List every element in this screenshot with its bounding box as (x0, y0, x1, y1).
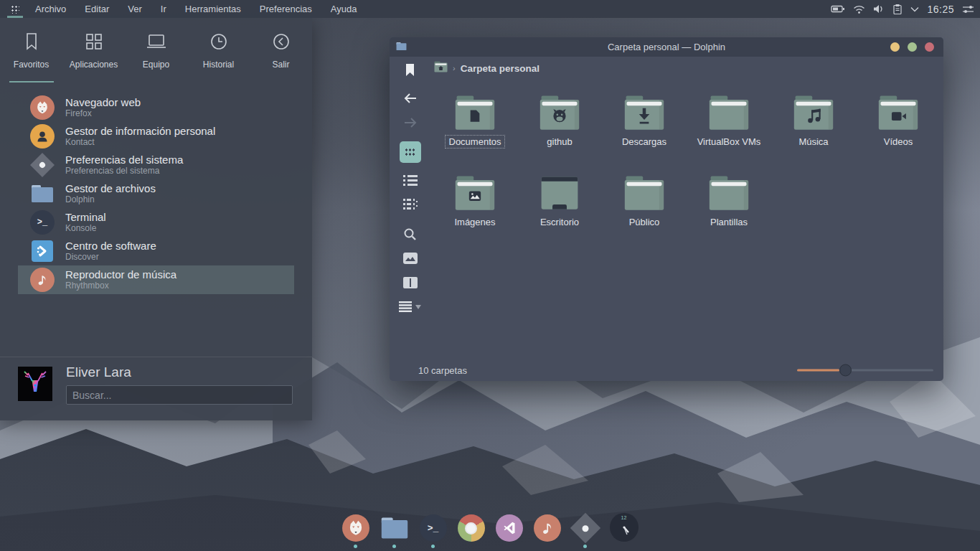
history-clock-icon (209, 32, 229, 54)
tab-equipo[interactable]: Equipo (125, 18, 187, 83)
folder-plain-icon (708, 176, 750, 212)
app-row-konsole[interactable]: >_ TerminalKonsole (18, 208, 294, 237)
folder-tile-documentos[interactable]: Documentos (433, 92, 517, 172)
running-indicator (622, 545, 626, 548)
preview-image-icon[interactable] (403, 253, 418, 264)
apps-grid-icon (84, 32, 104, 54)
menu-archivo[interactable]: Archivo (27, 1, 74, 17)
folder-tile-virtualbox[interactable]: VirtualBox VMs (687, 92, 771, 172)
details-view-button[interactable] (403, 174, 418, 186)
bookmark-icon[interactable] (405, 63, 415, 77)
volume-icon[interactable] (873, 4, 885, 14)
running-indicator (583, 545, 587, 548)
app-row-dolphin[interactable]: Gestor de archivosDolphin (18, 179, 294, 208)
folder-video-icon (877, 95, 919, 131)
folder-tile-imagenes[interactable]: Imágenes (433, 172, 517, 253)
menu-editar[interactable]: Editar (77, 1, 117, 17)
icons-view-button[interactable] (400, 141, 421, 163)
app-row-discover[interactable]: Centro de softwareDiscover (18, 237, 294, 265)
avatar[interactable] (18, 367, 52, 401)
app-row-firefox[interactable]: Navegador webFirefox (18, 93, 294, 122)
dolphin-toolbar (390, 57, 430, 359)
dock-file-manager[interactable] (380, 514, 409, 548)
menu-button[interactable] (399, 301, 421, 312)
running-indicator (354, 545, 357, 548)
search-icon[interactable] (403, 227, 417, 241)
app-row-kontact[interactable]: Gestor de información personalKontact (18, 122, 294, 151)
dock-firefox[interactable] (342, 514, 369, 548)
split-view-icon[interactable] (403, 277, 418, 288)
folder-music-icon (793, 95, 834, 131)
minimize-button[interactable] (890, 42, 900, 52)
app-row-preferencias[interactable]: Preferencias del sistemaPreferencias del… (18, 151, 294, 179)
menu-ir[interactable]: Ir (153, 1, 174, 17)
folder-grid: Documentos github Descargas VirtualBox V… (433, 92, 941, 253)
folder-tile-github[interactable]: github (517, 92, 602, 172)
dock-terminal[interactable]: >_ (420, 514, 447, 548)
tab-label: Aplicaciones (70, 60, 118, 70)
dock-settings[interactable] (572, 514, 599, 548)
search-input[interactable] (66, 385, 293, 405)
folder-label: Música (796, 136, 831, 147)
music-note-icon (30, 268, 55, 292)
chevron-down-icon[interactable] (910, 6, 919, 12)
folder-tile-musica[interactable]: Música (771, 92, 856, 172)
folder-tile-descargas[interactable]: Descargas (602, 92, 687, 172)
dock-rhythmbox[interactable] (534, 514, 561, 548)
folder-icon (30, 182, 55, 206)
folder-tile-publico[interactable]: Público (602, 172, 687, 253)
maximize-button[interactable] (908, 42, 917, 52)
folder-document-icon (454, 95, 496, 131)
menu-herramientas[interactable]: Herramientas (177, 1, 249, 17)
tab-aplicaciones[interactable]: Aplicaciones (62, 18, 125, 83)
app-title: Terminal (65, 211, 106, 223)
tab-favoritos[interactable]: Favoritos (0, 18, 62, 83)
running-indicator (431, 545, 435, 548)
statusbar: 10 carpetas (390, 359, 943, 381)
logout-icon (271, 32, 291, 54)
close-button[interactable] (925, 42, 934, 52)
forward-button[interactable] (403, 117, 418, 128)
folder-plain-icon (623, 176, 665, 212)
titlebar[interactable]: Carpeta personal — Dolphin (390, 37, 943, 57)
menu-preferencias[interactable]: Preferencias (252, 1, 320, 17)
dock-clock[interactable]: 12 (610, 513, 639, 548)
folder-label: Descargas (619, 136, 669, 147)
tab-salir[interactable]: Salir (250, 18, 312, 83)
dock-chrome[interactable] (458, 514, 485, 548)
home-folder-icon[interactable] (434, 61, 448, 75)
user-name: Eliver Lara (66, 364, 131, 380)
running-indicator (392, 545, 396, 548)
tab-historial[interactable]: Historial (187, 18, 250, 83)
app-title: Gestor de archivos (65, 182, 156, 194)
wifi-icon[interactable] (853, 4, 865, 14)
battery-icon[interactable] (831, 3, 845, 15)
menu-ayuda[interactable]: Ayuda (323, 1, 365, 17)
folder-tile-videos[interactable]: Vídeos (856, 92, 941, 172)
app-grid-icon[interactable] (6, 0, 24, 18)
terminal-icon: >_ (420, 514, 447, 542)
menu-ver[interactable]: Ver (120, 1, 150, 17)
folder-tile-escritorio[interactable]: Escritorio (517, 172, 602, 253)
folder-label: github (544, 136, 575, 147)
terminal-icon: >_ (30, 210, 55, 235)
clipboard-icon[interactable] (892, 4, 903, 15)
tray-sliders-icon[interactable] (962, 4, 974, 14)
app-title: Navegador web (65, 96, 141, 108)
app-row-rhythmbox[interactable]: Reproductor de músicaRhythmbox (18, 265, 294, 294)
back-button[interactable] (403, 93, 418, 104)
compact-view-button[interactable] (403, 199, 418, 210)
slider-handle[interactable] (839, 364, 852, 377)
folder-download-icon (623, 95, 665, 131)
tab-label: Salir (272, 60, 289, 70)
dock-vscode[interactable] (496, 514, 523, 548)
folder-label: Vídeos (881, 136, 915, 147)
clock[interactable]: 16:25 (927, 4, 954, 15)
folder-desktop-icon (539, 176, 580, 212)
zoom-slider[interactable] (797, 364, 933, 377)
folder-tile-plantillas[interactable]: Plantillas (687, 172, 771, 253)
folder-label: Documentos (446, 136, 504, 147)
breadcrumb-location[interactable]: Carpeta personal (461, 63, 540, 74)
tab-label: Historial (203, 60, 234, 70)
app-subtitle: Discover (65, 253, 156, 263)
